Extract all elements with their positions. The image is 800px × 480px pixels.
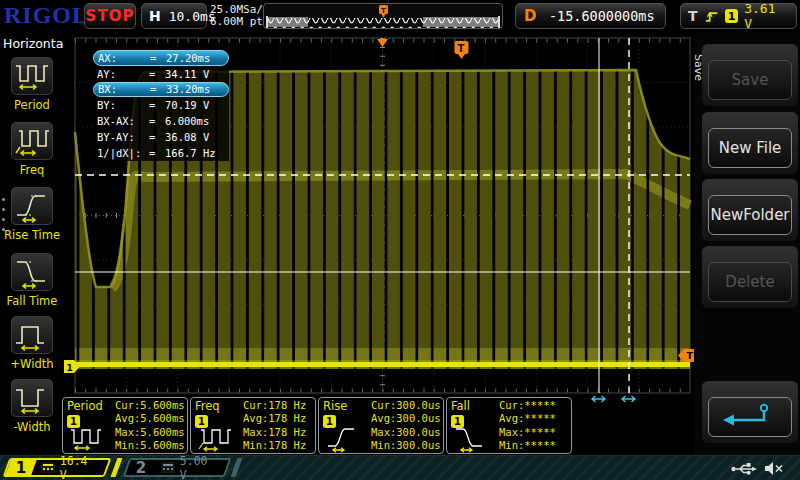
waveform-preview-graphic: T	[264, 4, 502, 28]
trigger-time-flag-icon[interactable]: T	[455, 41, 469, 59]
top-bar: RIGOL STOP H 10.0ms 25.0MSa/s 6.00M pts	[0, 0, 800, 32]
menu-item-neg-width[interactable]	[11, 379, 53, 417]
trigger-level-letter: T	[687, 350, 694, 361]
channel1-number: 1	[16, 459, 26, 477]
cursor-row-by-ay: BY-AY: = 36.08 V	[93, 129, 229, 145]
cursor-row-by: BY: = 70.19 V	[93, 97, 229, 113]
stat-cur: Cur:*****	[499, 399, 556, 412]
delete-button[interactable]: Delete	[708, 262, 792, 302]
measurement-values: Cur:***** Avg:***** Max:***** Min:*****	[499, 399, 556, 453]
menu-item-period[interactable]	[11, 57, 53, 95]
rising-edge-icon	[704, 8, 719, 24]
left-menu: Horizontal Period Freq Rise Time	[0, 32, 64, 455]
channel2-chip[interactable]: 2 5.00 V	[123, 458, 232, 477]
freq-wave-icon	[197, 425, 241, 453]
new-folder-button[interactable]: NewFolder	[708, 195, 792, 235]
scroll-dot	[2, 208, 5, 211]
menu-item-freq-label: Freq	[0, 163, 64, 177]
cursor-label: 1/|dX|:	[97, 147, 149, 159]
menu-item-neg-width-label: -Width	[0, 420, 64, 434]
freq-wave-icon	[13, 124, 51, 158]
trigger-flag-letter: T	[458, 43, 465, 54]
period-wave-icon	[13, 59, 51, 93]
acquisition-info: 25.0MSa/s 6.00M pts	[210, 4, 270, 28]
cursor-label: AY:	[97, 68, 149, 80]
stat-avg: Avg:*****	[499, 412, 556, 425]
channel1-scale: 16.4 V	[60, 454, 99, 480]
menu-item-rise-time-label: Rise Time	[0, 228, 64, 242]
run-state-indicator[interactable]: STOP	[84, 3, 136, 29]
cursor-label: AX:	[98, 52, 150, 64]
delay-value: -15.6000000ms	[549, 8, 655, 24]
scroll-dot	[2, 198, 5, 201]
channel1-chip[interactable]: 1 16.4 V	[3, 458, 112, 477]
stat-avg: Avg:178 Hz	[243, 412, 306, 425]
cursor-bx-handle-icon	[622, 396, 635, 402]
usb-icon	[730, 461, 758, 477]
stat-max: Max:178 Hz	[243, 426, 306, 439]
measurement-panel-freq[interactable]: Freq 1 Cur:178 Hz Avg:178 Hz Max:178 Hz …	[190, 397, 316, 454]
measurement-panel-fall[interactable]: Fall 1 Cur:***** Avg:***** Max:***** Min…	[446, 397, 572, 454]
trigger-source-badge: 1	[725, 9, 738, 23]
new-file-button[interactable]: New File	[708, 128, 792, 168]
stat-min: Min:178 Hz	[243, 439, 306, 452]
measurement-name: Fall	[451, 399, 470, 413]
cursor-ax-handle-icon	[592, 396, 605, 402]
measurement-values: Cur:5.600ms Avg:5.600ms Max:5.600ms Min:…	[115, 399, 185, 453]
channel-status-bar: 1 16.4 V 2 5.00 V	[0, 455, 800, 480]
equals-sign: =	[149, 68, 165, 80]
cursor-row-ax: AX: = 27.20ms	[93, 50, 229, 66]
preview-trigger-marker-icon[interactable]: T	[379, 5, 388, 18]
equals-sign: =	[150, 83, 166, 95]
stat-min: Min:*****	[499, 439, 556, 452]
equals-sign: =	[150, 52, 166, 64]
dc-coupling-icon	[161, 462, 175, 473]
menu-item-fall-time[interactable]	[11, 253, 53, 291]
equals-sign: =	[149, 99, 165, 111]
stat-cur: Cur:178 Hz	[243, 399, 306, 412]
preview-trigger-letter: T	[381, 7, 386, 15]
save-button[interactable]: Save	[708, 60, 792, 100]
cursor-readout-panel: AX: = 27.20ms AY: = 34.11 V BX: = 33.20m…	[93, 50, 229, 161]
stat-min: Min:300.0us	[371, 439, 441, 452]
channel1-slash	[111, 458, 123, 477]
horizontal-timebase-box[interactable]: H 10.0ms	[141, 3, 207, 29]
run-state-label: STOP	[86, 7, 135, 25]
menu-item-rise-time[interactable]	[11, 187, 53, 225]
return-arrow-icon	[718, 401, 782, 433]
measurement-panel-rise[interactable]: Rise 1 Cur:300.0us Avg:300.0us Max:300.0…	[318, 397, 444, 454]
preview-squiggle	[267, 18, 499, 28]
cursor-label: BX:	[98, 83, 150, 95]
equals-sign: =	[149, 115, 165, 127]
channel2-scale: 5.00 V	[180, 454, 219, 480]
trigger-label: T	[688, 8, 698, 24]
preview-right-bracket	[498, 16, 500, 28]
stat-max: Max:300.0us	[371, 426, 441, 439]
channel1-marker-number: 1	[67, 363, 73, 373]
channel2-slash	[231, 458, 243, 477]
cursor-label: BX-AX:	[97, 115, 149, 127]
period-wave-icon	[69, 425, 113, 453]
menu-item-pos-width[interactable]	[11, 316, 53, 354]
cursor-value: 70.19 V	[165, 99, 225, 111]
equals-sign: =	[149, 131, 165, 143]
waveform-preview-bar[interactable]: T	[263, 3, 503, 29]
fall-edge-icon	[13, 255, 51, 289]
stat-max: Max:5.600ms	[115, 426, 185, 439]
measurement-values: Cur:300.0us Avg:300.0us Max:300.0us Min:…	[371, 399, 441, 453]
menu-item-freq[interactable]	[11, 122, 53, 160]
trigger-position-marker-icon[interactable]	[377, 39, 388, 47]
delay-box[interactable]: D -15.6000000ms	[515, 3, 666, 29]
preview-left-bracket	[266, 16, 268, 28]
trigger-box[interactable]: T 1 3.61 V	[680, 3, 797, 29]
cursor-row-bx: BX: = 33.20ms	[93, 82, 229, 98]
right-soft-menu: Save Save New File NewFolder Delete	[694, 32, 800, 455]
cursor-value: 34.11 V	[165, 68, 225, 80]
measurement-panel-period[interactable]: Period 1 Cur:5.600ms Avg:5.600ms Max:5.6…	[62, 397, 188, 454]
positive-pulse-icon	[13, 318, 51, 352]
rise-edge-icon	[13, 189, 51, 223]
trigger-level-value: 3.61 V	[744, 1, 789, 31]
cursor-row-bx-ax: BX-AX: = 6.000ms	[93, 113, 229, 129]
back-button[interactable]	[708, 397, 792, 437]
cursor-row-inv-dx: 1/|dX|: = 166.7 Hz	[93, 145, 229, 161]
